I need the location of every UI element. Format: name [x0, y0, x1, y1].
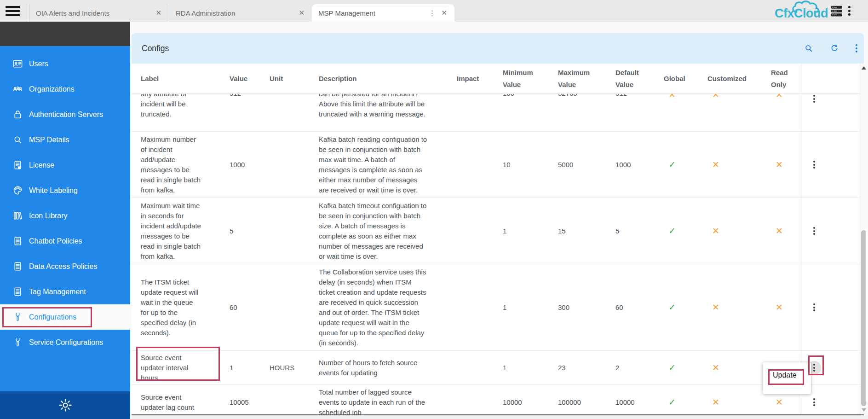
sidebar-footer: [0, 391, 130, 419]
row-actions-kebab[interactable]: [813, 95, 815, 103]
tab-menu-icon[interactable]: ⋮: [428, 9, 436, 17]
sidebar-item-label: Data Access Policies: [29, 262, 98, 271]
document-icon: [12, 236, 23, 246]
server-rack-icon[interactable]: [831, 5, 843, 17]
tab-close-icon[interactable]: ✕: [299, 9, 305, 17]
scroll-down-arrow-icon[interactable]: [862, 408, 866, 412]
table-row: any attribute ofincident will betruncate…: [132, 94, 864, 132]
sidebar-item-data-access-policies[interactable]: Data Access Policies: [0, 254, 130, 279]
browser-tab-bar: OIA Alerts and Incidents✕RDA Administrat…: [0, 0, 868, 22]
tab-oia-alerts-and-incidents[interactable]: OIA Alerts and Incidents✕: [29, 4, 169, 22]
sidebar-item-organizations[interactable]: Organizations: [0, 76, 130, 102]
cell-minimum-value: 10000: [503, 385, 558, 419]
sidebar-item-label: Authentication Servers: [29, 111, 103, 119]
sidebar-item-tag-management[interactable]: Tag Management: [0, 279, 130, 304]
cell-maximum-value: 23: [558, 351, 615, 384]
cell-value: 60: [230, 264, 270, 350]
sidebar-header-block: [0, 22, 130, 46]
app-root: OIA Alerts and Incidents✕RDA Administrat…: [0, 0, 868, 419]
update-menu-item[interactable]: Update: [768, 369, 801, 381]
cell-unit: [270, 198, 319, 264]
tab-label: MSP Management: [318, 9, 425, 17]
palette-icon: [12, 185, 23, 196]
cell-value: 10005: [230, 385, 270, 419]
scroll-up-arrow-icon[interactable]: [862, 66, 866, 70]
cell-actions: [801, 264, 864, 350]
document-icon: [12, 261, 23, 272]
row-actions-kebab[interactable]: [813, 227, 815, 235]
sidebar-item-chatbot-policies[interactable]: Chatbot Policies: [0, 228, 130, 254]
customized-mark: ✕: [707, 264, 771, 350]
global-mark: ✓: [664, 351, 707, 384]
row-actions-kebab[interactable]: [813, 161, 815, 169]
cell-label: Maximum wait timein seconds forincident …: [132, 198, 230, 264]
sidebar-item-label: Icon Library: [29, 212, 68, 220]
column-header-actions: [801, 64, 864, 93]
sidebar-item-authentication-servers[interactable]: Authentication Servers: [0, 102, 130, 127]
sidebar-item-label: White Labeling: [29, 186, 78, 195]
table-header-row: LabelValueUnitDescriptionImpactMinimumVa…: [132, 64, 864, 94]
sidebar-item-users[interactable]: Users: [0, 51, 130, 76]
table-body: any attribute ofincident will betruncate…: [132, 94, 864, 419]
cell-impact: [457, 198, 503, 264]
refresh-icon[interactable]: [830, 44, 839, 53]
topbar-kebab-icon[interactable]: [848, 6, 851, 16]
search-icon: [12, 134, 23, 145]
books-icon: [12, 210, 23, 221]
sidebar-item-label: Chatbot Policies: [29, 237, 82, 245]
cfxcloud-logo: CfxCloud: [772, 1, 830, 21]
global-mark: ✓: [664, 198, 707, 264]
settings-gear-button[interactable]: [58, 398, 73, 413]
sidebar-item-msp-details[interactable]: MSP Details: [0, 127, 130, 152]
sidebar: UsersOrganizationsAuthentication Servers…: [0, 22, 130, 419]
customized-mark: ✕: [707, 198, 771, 264]
sidebar-item-icon-library[interactable]: Icon Library: [0, 203, 130, 228]
panel-kebab-icon[interactable]: [856, 44, 857, 52]
row-actions-kebab[interactable]: [813, 398, 815, 406]
cell-maximum-value: 5000: [558, 132, 615, 198]
hamburger-menu-button[interactable]: [6, 6, 20, 16]
cell-default-value: 10000: [615, 385, 664, 419]
vertical-scrollbar[interactable]: [860, 64, 868, 414]
table-row: Maximum wait timein seconds forincident …: [132, 198, 864, 264]
cell-unit: [270, 132, 319, 198]
column-header-min: MinimumValue: [503, 64, 558, 93]
sidebar-item-service-configurations[interactable]: Service Configurations: [0, 330, 130, 355]
read-only-mark: ✕: [771, 264, 801, 350]
column-header-impact: Impact: [457, 64, 503, 93]
sidebar-item-configurations[interactable]: Configurations: [0, 304, 130, 330]
sidebar-menu: UsersOrganizationsAuthentication Servers…: [0, 46, 130, 355]
cell-default-value: 512: [615, 94, 664, 131]
tab-label: OIA Alerts and Incidents: [36, 9, 150, 17]
cell-label: Maximum numberof incidentadd/updatemessa…: [132, 132, 230, 198]
cloud-icon: [790, 0, 827, 13]
sidebar-item-white-labeling[interactable]: White Labeling: [0, 178, 130, 203]
license-icon: [12, 160, 23, 170]
row-actions-kebab[interactable]: [813, 364, 815, 372]
global-mark: ✓: [664, 264, 707, 350]
table-row: The ITSM ticketupdate request willwait i…: [132, 264, 864, 351]
sidebar-item-license[interactable]: License: [0, 152, 130, 178]
cell-actions: [801, 132, 864, 198]
scrollbar-thumb[interactable]: [861, 230, 866, 406]
cell-minimum-value: 10: [503, 132, 558, 198]
global-mark: ✓: [664, 385, 707, 419]
cell-impact: [457, 94, 503, 131]
cell-maximum-value: 300: [558, 264, 615, 350]
cell-unit: [270, 385, 319, 419]
page-title: Configs: [142, 44, 169, 53]
tab-close-icon[interactable]: ✕: [441, 9, 447, 17]
search-icon[interactable]: [804, 44, 813, 53]
global-mark: ✓: [664, 132, 707, 198]
cell-maximum-value: 15: [558, 198, 615, 264]
tab-msp-management[interactable]: MSP Management⋮✕: [312, 4, 454, 22]
column-header-label: Label: [132, 64, 230, 93]
tab-rda-administration[interactable]: RDA Administration✕: [169, 4, 312, 22]
cell-description: Kafka batch timeout configuation tobe se…: [319, 198, 457, 264]
tab-close-icon[interactable]: ✕: [155, 9, 161, 17]
id-card-icon: [12, 58, 23, 69]
row-actions-kebab[interactable]: [813, 303, 815, 311]
cell-default-value: 60: [615, 264, 664, 350]
cell-value: 1: [230, 351, 270, 384]
column-header-max: MaximumValue: [558, 64, 615, 93]
